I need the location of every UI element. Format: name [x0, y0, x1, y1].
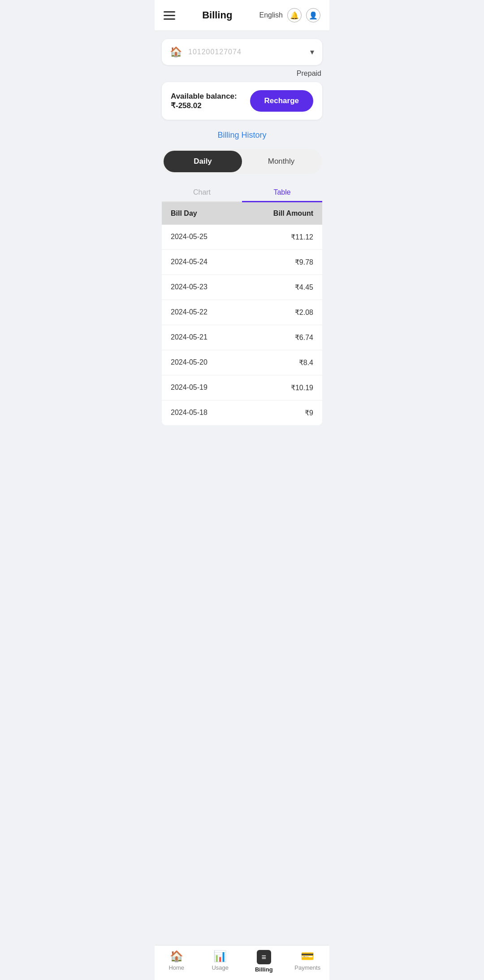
home-nav-icon: 🏠 [170, 950, 183, 963]
language-selector[interactable]: English [259, 11, 283, 19]
table-row: 2024-05-19 ₹10.19 [162, 375, 322, 401]
table-row: 2024-05-21 ₹6.74 [162, 325, 322, 350]
table-header: Bill Day Bill Amount [162, 202, 322, 225]
cell-amount: ₹9.78 [242, 250, 322, 274]
billing-nav-label: Billing [255, 966, 273, 973]
chart-tab[interactable]: Chart [162, 183, 242, 201]
menu-button[interactable] [164, 11, 175, 20]
app-header: Billing English 🔔 👤 [155, 0, 329, 31]
cell-day: 2024-05-24 [162, 250, 242, 274]
col-header-amount: Bill Amount [242, 202, 322, 225]
billing-history-link[interactable]: Billing History [155, 128, 329, 149]
billing-nav-icon: ≡ [257, 950, 271, 964]
bill-table: Bill Day Bill Amount 2024-05-25 ₹11.12 2… [162, 202, 322, 425]
table-row: 2024-05-22 ₹2.08 [162, 300, 322, 325]
daily-toggle-button[interactable]: Daily [164, 151, 242, 172]
account-left: 🏠 101200127074 [170, 46, 242, 58]
nav-billing[interactable]: ≡ Billing [248, 950, 280, 973]
table-row: 2024-05-18 ₹9 [162, 401, 322, 425]
cell-day: 2024-05-22 [162, 300, 242, 325]
header-right: English 🔔 👤 [259, 8, 320, 22]
cell-amount: ₹9 [242, 401, 322, 425]
chevron-down-icon: ▾ [310, 47, 314, 57]
cell-day: 2024-05-20 [162, 350, 242, 375]
account-type-label: Prepaid [155, 70, 329, 80]
payments-nav-label: Payments [294, 964, 320, 971]
account-number: 101200127074 [188, 48, 242, 56]
cell-day: 2024-05-25 [162, 225, 242, 249]
period-toggle: Daily Monthly [162, 149, 322, 174]
table-row: 2024-05-20 ₹8.4 [162, 350, 322, 375]
table-row: 2024-05-24 ₹9.78 [162, 250, 322, 275]
balance-text: Available balance: ₹-258.02 [171, 92, 250, 110]
nav-usage[interactable]: 📊 Usage [204, 950, 236, 973]
usage-nav-icon: 📊 [213, 950, 227, 963]
bottom-nav: 🏠 Home 📊 Usage ≡ Billing 💳 Payments [155, 945, 329, 980]
balance-card: Available balance: ₹-258.02 Recharge [162, 82, 322, 120]
usage-nav-label: Usage [212, 964, 229, 971]
col-header-day: Bill Day [162, 202, 242, 225]
cell-amount: ₹2.08 [242, 300, 322, 325]
table-body: 2024-05-25 ₹11.12 2024-05-24 ₹9.78 2024-… [162, 225, 322, 425]
cell-day: 2024-05-18 [162, 401, 242, 425]
view-tabs: Chart Table [162, 183, 322, 202]
user-avatar[interactable]: 👤 [306, 8, 320, 22]
cell-amount: ₹8.4 [242, 350, 322, 375]
cell-day: 2024-05-19 [162, 375, 242, 400]
notification-icon[interactable]: 🔔 [287, 8, 302, 22]
cell-day: 2024-05-23 [162, 275, 242, 300]
payments-nav-icon: 💳 [301, 950, 314, 963]
recharge-button[interactable]: Recharge [250, 90, 313, 112]
nav-home[interactable]: 🏠 Home [161, 950, 192, 973]
cell-amount: ₹10.19 [242, 375, 322, 400]
nav-payments[interactable]: 💳 Payments [292, 950, 323, 973]
monthly-toggle-button[interactable]: Monthly [242, 151, 320, 172]
table-row: 2024-05-23 ₹4.45 [162, 275, 322, 300]
account-selector[interactable]: 🏠 101200127074 ▾ [162, 39, 322, 65]
home-nav-label: Home [169, 964, 184, 971]
table-row: 2024-05-25 ₹11.12 [162, 225, 322, 250]
cell-amount: ₹11.12 [242, 225, 322, 249]
page-title: Billing [202, 9, 232, 21]
house-icon: 🏠 [170, 46, 182, 58]
cell-day: 2024-05-21 [162, 325, 242, 350]
table-tab[interactable]: Table [242, 183, 322, 202]
cell-amount: ₹6.74 [242, 325, 322, 350]
cell-amount: ₹4.45 [242, 275, 322, 300]
